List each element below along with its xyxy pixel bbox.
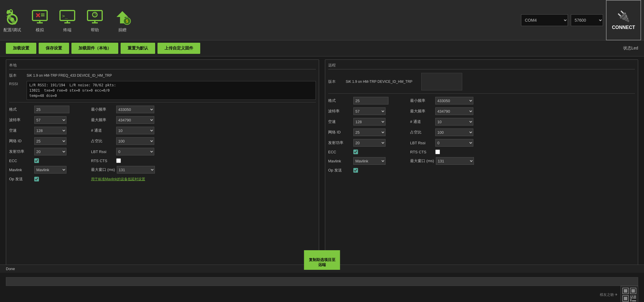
local-maxfreq-row: 最大频率 434790	[91, 115, 316, 125]
remote-ecc-label: ECC	[328, 150, 352, 154]
local-lbtrssi-label: LBT Rssi	[91, 150, 114, 154]
menu-item-simulation[interactable]: 模拟	[30, 8, 49, 33]
local-opsend-label: Op 发送	[9, 176, 32, 182]
copy-btn-label: 复制助选项目至 远端	[309, 258, 335, 267]
local-maxwindow-label: 最大窗口 (ms)	[91, 167, 115, 172]
local-dutycycle-label: 占空比	[91, 138, 114, 144]
remote-mavlink-select[interactable]: MavlinkRaw	[353, 157, 386, 165]
local-version-row: 版本 SiK 1.9 on HM-TRP FREQ_433 DEVICE_ID_…	[9, 72, 316, 79]
remote-lbtrssi-select[interactable]: 0	[435, 139, 473, 147]
remote-baud-label: 波特率	[328, 109, 352, 114]
local-minfreq-label: 最小频率	[91, 107, 114, 112]
remote-channels-row: # 通道 10	[410, 116, 635, 127]
local-txpower-select[interactable]: 2017	[34, 148, 66, 155]
remote-opsend-row: Op 发送	[328, 166, 404, 174]
local-netid-label: 网络 ID	[9, 138, 32, 144]
local-minfreq-row: 最小频率 433050	[91, 104, 316, 115]
local-rssi-label: RSSI	[9, 81, 24, 86]
connect-button[interactable]: 🔌 CONNECT	[606, 0, 641, 40]
menu-label-terminal: 终端	[63, 28, 71, 33]
local-baud-select[interactable]: 57115	[34, 116, 66, 124]
menu-item-terminal[interactable]: >_ 终端	[58, 8, 77, 33]
local-panel-title: 本地	[9, 63, 316, 69]
remote-airspeed-label: 空速	[328, 119, 352, 124]
reset-default-button[interactable]: 重置为默认	[121, 43, 155, 54]
load-firmware-button[interactable]: 加载固件（本地）	[71, 43, 118, 54]
save-settings-button[interactable]: 保存设置	[39, 43, 69, 54]
menu-item-settings[interactable]: 配置/调试	[3, 8, 22, 33]
copy-to-remote-button[interactable]: 复制助选项目至 远端	[304, 250, 340, 270]
local-minfreq-select[interactable]: 433050	[116, 106, 154, 113]
local-mavlink-link[interactable]: 用于标准Mavlink的设备低延时设置	[91, 177, 145, 181]
local-maxwindow-select[interactable]: 131	[117, 166, 155, 174]
svg-text:>_: >_	[62, 13, 68, 19]
com-port-select[interactable]: COM4 COM3 COM5	[521, 14, 568, 26]
svg-rect-30	[632, 296, 633, 297]
remote-minfreq-select[interactable]: 433050	[435, 97, 473, 104]
local-airspeed-select[interactable]: 12864	[34, 127, 66, 134]
remote-netid-select[interactable]: 25	[353, 128, 386, 136]
remote-baud-select[interactable]: 57115	[353, 107, 386, 115]
menu-group: 配置/调试 模拟	[3, 8, 521, 33]
menu-item-donate[interactable]: $ 捐赠	[113, 8, 132, 33]
menu-item-help[interactable]: ? 帮助	[85, 8, 104, 33]
remote-minfreq-label: 最小频率	[410, 98, 434, 103]
svg-rect-24	[624, 289, 627, 293]
local-mavlink-select[interactable]: MavlinkRaw	[34, 166, 66, 174]
qr-code	[621, 286, 638, 302]
remote-form-grid: 格式 波特率 57115 空速 128 网络 ID	[328, 95, 635, 174]
progress-bar-container	[6, 277, 638, 286]
monitor-x-icon	[30, 8, 49, 26]
remote-panel: 远程 版本 SiK 1.9 on HM-TRP DEVICE_ID_HM_TRP…	[325, 59, 638, 271]
remote-dutycycle-select[interactable]: 100	[435, 128, 473, 136]
remote-airspeed-select[interactable]: 128	[353, 118, 386, 126]
remote-rtscts-checkbox[interactable]	[435, 150, 440, 154]
remote-mavlink-row: Mavlink MavlinkRaw	[328, 156, 404, 166]
local-airspeed-row: 空速 12864	[9, 125, 85, 136]
remote-format-input[interactable]	[353, 97, 388, 104]
local-airspeed-label: 空速	[9, 128, 32, 133]
local-version-label: 版本	[9, 73, 24, 78]
local-rtscts-label: RTS CTS	[91, 159, 114, 163]
menu-label-settings: 配置/调试	[4, 28, 21, 33]
upload-custom-button[interactable]: 上传自定义固件	[157, 43, 200, 54]
local-format-input[interactable]	[34, 106, 69, 113]
local-mavlink-link-row: 用于标准Mavlink的设备低延时设置	[91, 175, 316, 183]
remote-netid-label: 网络 ID	[328, 130, 352, 135]
remote-channels-select[interactable]: 10	[435, 118, 473, 126]
action-row: 加载设置 保存设置 加载固件（本地） 重置为默认 上传自定义固件 状态Led	[0, 40, 644, 56]
remote-rtscts-row: RTS CTS	[410, 148, 635, 156]
status-led-button[interactable]: 状态Led	[623, 46, 638, 51]
local-ecc-checkbox[interactable]	[34, 158, 39, 163]
local-lbtrssi-select[interactable]: 0	[116, 148, 154, 155]
remote-opsend-label: Op 发送	[328, 168, 352, 173]
load-settings-button[interactable]: 加载设置	[6, 43, 36, 54]
help-icon: ?	[85, 8, 104, 26]
local-channels-label: # 通道	[91, 128, 114, 133]
local-opsend-checkbox[interactable]	[34, 177, 39, 181]
top-toolbar: 配置/调试 模拟	[0, 0, 644, 40]
remote-txpower-select[interactable]: 20	[353, 139, 386, 147]
remote-mavlink-label: Mavlink	[328, 159, 352, 163]
local-txpower-row: 发射功率 2017	[9, 146, 85, 157]
local-maxfreq-label: 最大频率	[91, 117, 114, 123]
local-lbtrssi-row: LBT Rssi 0	[91, 146, 316, 157]
wrench-icon	[3, 8, 22, 26]
remote-opsend-checkbox[interactable]	[353, 168, 358, 173]
remote-left-col: 格式 波特率 57115 空速 128 网络 ID	[328, 95, 404, 174]
local-channels-select[interactable]: 10	[116, 127, 154, 134]
baud-rate-select[interactable]: 57600 115200 9600	[571, 14, 603, 26]
local-dutycycle-select[interactable]: 100	[116, 137, 154, 145]
local-maxfreq-select[interactable]: 434790	[116, 116, 154, 124]
local-rssi-row: RSSI L/R RSSI: 191/194 L/R noise: 70/62 …	[9, 81, 316, 100]
remote-ecc-checkbox[interactable]	[353, 150, 358, 154]
svg-text:$: $	[126, 19, 128, 23]
remote-maxwindow-select[interactable]: 131	[436, 157, 474, 165]
local-rtscts-checkbox[interactable]	[116, 158, 121, 163]
remote-maxfreq-select[interactable]: 434790	[435, 107, 473, 115]
svg-text:?: ?	[94, 12, 96, 17]
remote-maxwindow-label: 最大窗口 (ms)	[410, 158, 434, 164]
local-netid-select[interactable]: 25	[34, 137, 66, 145]
menu-label-donate: 捐赠	[118, 28, 126, 33]
remote-maxwindow-row: 最大窗口 (ms) 131	[410, 156, 635, 166]
